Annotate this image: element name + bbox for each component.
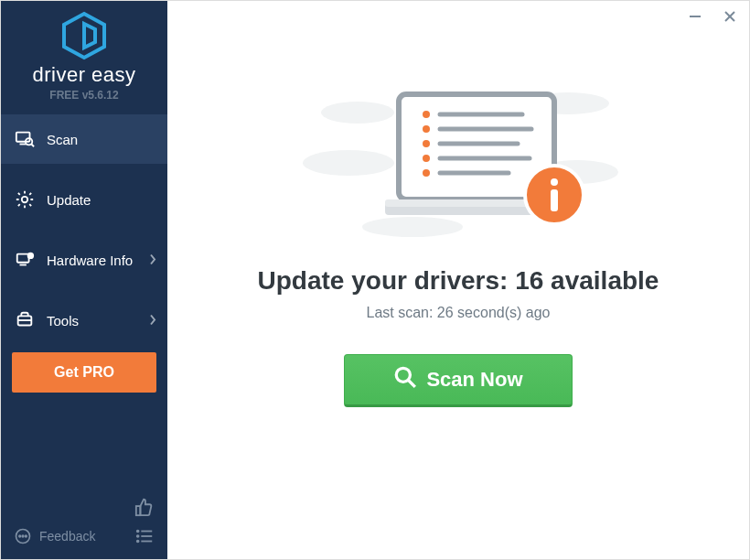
svg-point-43 — [423, 155, 430, 162]
svg-point-47 — [551, 178, 558, 186]
svg-point-41 — [423, 125, 430, 133]
sidebar-bottom: Feedback — [1, 488, 167, 559]
sidebar-item-label: Update — [47, 192, 91, 208]
logo-area: driver easy FREE v5.6.12 — [1, 1, 167, 107]
svg-point-18 — [137, 531, 139, 533]
close-button[interactable] — [720, 6, 740, 27]
svg-rect-2 — [16, 133, 30, 142]
svg-point-44 — [423, 169, 430, 177]
svg-point-40 — [423, 111, 430, 118]
sidebar-item-scan[interactable]: Scan — [1, 114, 167, 164]
brand-name: driver easy — [1, 63, 167, 87]
svg-point-16 — [22, 535, 24, 537]
sidebar: driver easy FREE v5.6.12 Scan — [1, 1, 167, 559]
scan-icon — [14, 128, 36, 150]
headline: Update your drivers: 16 available — [167, 266, 749, 296]
svg-point-31 — [362, 217, 463, 237]
svg-line-5 — [31, 145, 34, 147]
logo-icon — [1, 10, 167, 61]
hardware-info-icon: i — [14, 249, 36, 271]
get-pro-button[interactable]: Get PRO — [12, 352, 156, 393]
scan-now-label: Scan Now — [426, 368, 522, 392]
svg-line-50 — [409, 380, 416, 387]
tools-icon — [14, 309, 36, 331]
sidebar-item-label: Hardware Info — [47, 253, 133, 268]
feedback-button[interactable]: Feedback — [14, 527, 95, 545]
chevron-right-icon — [149, 253, 156, 268]
minimize-button[interactable] — [685, 6, 705, 27]
get-pro-label: Get PRO — [54, 364, 114, 380]
laptop-illustration — [266, 76, 650, 241]
svg-point-42 — [423, 140, 430, 147]
sidebar-item-tools[interactable]: Tools — [1, 296, 167, 345]
feedback-label: Feedback — [39, 529, 95, 544]
sidebar-item-label: Tools — [47, 313, 79, 328]
gear-icon — [14, 188, 36, 210]
main-panel: Update your drivers: 16 available Last s… — [167, 1, 749, 559]
nav: Scan Update — [1, 114, 167, 393]
sidebar-item-label: Scan — [47, 132, 78, 147]
svg-point-49 — [397, 368, 411, 382]
magnify-icon — [393, 365, 417, 394]
thumbs-up-icon[interactable] — [134, 497, 155, 517]
feedback-icon — [14, 527, 32, 545]
svg-rect-7 — [17, 254, 29, 263]
svg-rect-48 — [551, 189, 558, 211]
svg-point-22 — [137, 541, 139, 543]
last-scan-text: Last scan: 26 second(s) ago — [167, 305, 749, 321]
version-label: FREE v5.6.12 — [1, 89, 167, 102]
scan-now-button[interactable]: Scan Now — [344, 354, 573, 407]
sidebar-item-update[interactable]: Update — [1, 175, 167, 224]
svg-point-15 — [19, 535, 21, 537]
headline-suffix: available — [543, 266, 659, 295]
svg-point-29 — [303, 150, 394, 176]
svg-point-6 — [22, 197, 27, 202]
svg-point-20 — [137, 535, 139, 537]
window-controls — [685, 6, 740, 27]
headline-count: 16 — [515, 266, 543, 295]
menu-icon[interactable] — [134, 526, 155, 546]
svg-rect-13 — [136, 506, 141, 515]
svg-point-27 — [321, 102, 394, 124]
headline-prefix: Update your drivers: — [258, 266, 516, 295]
chevron-right-icon — [149, 313, 156, 328]
app-window: driver easy FREE v5.6.12 Scan — [0, 0, 750, 560]
sidebar-item-hardware-info[interactable]: i Hardware Info — [1, 235, 167, 285]
svg-point-17 — [26, 535, 27, 537]
